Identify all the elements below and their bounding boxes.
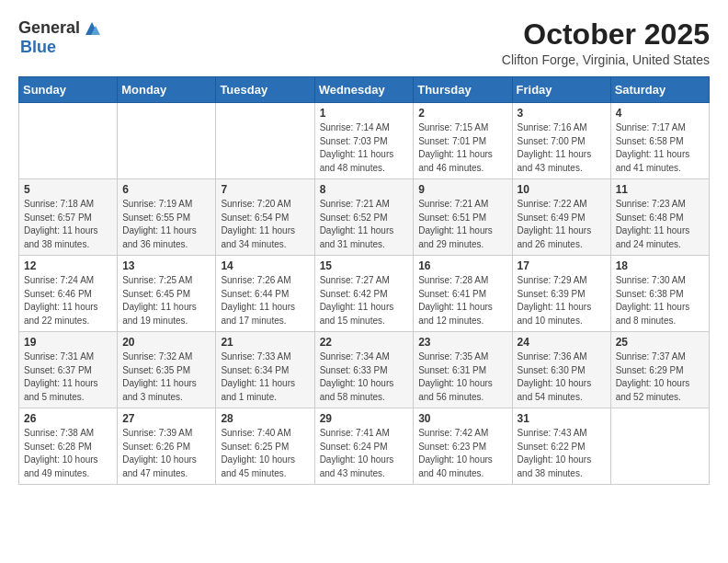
calendar-week-1: 1Sunrise: 7:14 AMSunset: 7:03 PMDaylight… [19,103,710,179]
calendar-week-5: 26Sunrise: 7:38 AMSunset: 6:28 PMDayligh… [19,408,710,485]
day-number: 12 [24,259,112,272]
calendar-cell: 10Sunrise: 7:22 AMSunset: 6:49 PMDayligh… [512,179,610,256]
day-number: 14 [221,259,309,272]
page-header: General Blue October 2025 Clifton Forge,… [18,18,710,67]
day-info: Sunrise: 7:19 AMSunset: 6:55 PMDaylight:… [122,198,210,251]
location-title: Clifton Forge, Virginia, United States [502,52,710,67]
day-number: 30 [418,412,506,425]
day-number: 27 [122,412,210,425]
weekday-header-wednesday: Wednesday [314,77,414,103]
calendar-week-3: 12Sunrise: 7:24 AMSunset: 6:46 PMDayligh… [19,256,710,332]
day-info: Sunrise: 7:36 AMSunset: 6:30 PMDaylight:… [518,350,606,404]
day-info: Sunrise: 7:25 AMSunset: 6:45 PMDaylight:… [122,274,210,327]
day-info: Sunrise: 7:33 AMSunset: 6:34 PMDaylight:… [221,350,309,404]
calendar-cell [610,408,709,485]
calendar-table: SundayMondayTuesdayWednesdayThursdayFrid… [18,76,710,485]
calendar-cell: 15Sunrise: 7:27 AMSunset: 6:42 PMDayligh… [314,256,414,332]
weekday-header-sunday: Sunday [19,77,118,103]
day-info: Sunrise: 7:43 AMSunset: 6:22 PMDaylight:… [518,427,606,480]
day-info: Sunrise: 7:15 AMSunset: 7:01 PMDaylight:… [418,121,506,175]
day-info: Sunrise: 7:34 AMSunset: 6:33 PMDaylight:… [320,350,409,404]
calendar-cell: 24Sunrise: 7:36 AMSunset: 6:30 PMDayligh… [512,332,610,408]
calendar-cell [118,103,216,179]
day-number: 9 [418,183,506,196]
day-info: Sunrise: 7:30 AMSunset: 6:38 PMDaylight:… [616,274,704,327]
day-number: 22 [320,336,409,349]
calendar-week-4: 19Sunrise: 7:31 AMSunset: 6:37 PMDayligh… [19,332,710,408]
day-info: Sunrise: 7:28 AMSunset: 6:41 PMDaylight:… [418,274,506,327]
weekday-header-thursday: Thursday [414,77,512,103]
calendar-cell: 22Sunrise: 7:34 AMSunset: 6:33 PMDayligh… [314,332,414,408]
day-number: 11 [616,183,704,196]
day-number: 29 [320,412,409,425]
calendar-cell: 16Sunrise: 7:28 AMSunset: 6:41 PMDayligh… [414,256,512,332]
day-info: Sunrise: 7:22 AMSunset: 6:49 PMDaylight:… [518,198,606,251]
month-title: October 2025 [502,18,710,51]
calendar-cell: 20Sunrise: 7:32 AMSunset: 6:35 PMDayligh… [118,332,216,408]
day-number: 2 [418,107,506,120]
calendar-cell: 8Sunrise: 7:21 AMSunset: 6:52 PMDaylight… [314,179,414,256]
day-number: 10 [518,183,606,196]
calendar-cell: 25Sunrise: 7:37 AMSunset: 6:29 PMDayligh… [610,332,709,408]
calendar-cell: 26Sunrise: 7:38 AMSunset: 6:28 PMDayligh… [19,408,118,485]
day-info: Sunrise: 7:21 AMSunset: 6:51 PMDaylight:… [418,198,506,251]
day-number: 13 [122,259,210,272]
day-info: Sunrise: 7:20 AMSunset: 6:54 PMDaylight:… [221,198,309,251]
calendar-cell [19,103,118,179]
logo-icon [82,18,102,39]
calendar-cell: 11Sunrise: 7:23 AMSunset: 6:48 PMDayligh… [610,179,709,256]
day-number: 6 [122,183,210,196]
calendar-cell: 17Sunrise: 7:29 AMSunset: 6:39 PMDayligh… [512,256,610,332]
day-number: 17 [518,259,606,272]
calendar-cell: 9Sunrise: 7:21 AMSunset: 6:51 PMDaylight… [414,179,512,256]
day-number: 4 [616,107,704,120]
day-info: Sunrise: 7:40 AMSunset: 6:25 PMDaylight:… [221,427,309,480]
day-info: Sunrise: 7:21 AMSunset: 6:52 PMDaylight:… [320,198,409,251]
day-number: 7 [221,183,309,196]
calendar-cell: 4Sunrise: 7:17 AMSunset: 6:58 PMDaylight… [610,103,709,179]
day-info: Sunrise: 7:39 AMSunset: 6:26 PMDaylight:… [122,427,210,480]
logo: General Blue [18,18,102,57]
weekday-header-friday: Friday [512,77,610,103]
calendar-cell: 18Sunrise: 7:30 AMSunset: 6:38 PMDayligh… [610,256,709,332]
day-number: 19 [24,336,112,349]
day-number: 21 [221,336,309,349]
calendar-cell: 5Sunrise: 7:18 AMSunset: 6:57 PMDaylight… [19,179,118,256]
day-number: 3 [518,107,606,120]
weekday-header-saturday: Saturday [610,77,709,103]
day-number: 8 [320,183,409,196]
weekday-header-tuesday: Tuesday [216,77,314,103]
day-number: 23 [418,336,506,349]
day-info: Sunrise: 7:42 AMSunset: 6:23 PMDaylight:… [418,427,506,480]
calendar-cell [216,103,314,179]
calendar-cell: 2Sunrise: 7:15 AMSunset: 7:01 PMDaylight… [414,103,512,179]
calendar-cell: 31Sunrise: 7:43 AMSunset: 6:22 PMDayligh… [512,408,610,485]
day-info: Sunrise: 7:26 AMSunset: 6:44 PMDaylight:… [221,274,309,327]
day-number: 24 [518,336,606,349]
day-number: 1 [320,107,409,120]
day-number: 31 [518,412,606,425]
day-number: 26 [24,412,112,425]
calendar-cell: 29Sunrise: 7:41 AMSunset: 6:24 PMDayligh… [314,408,414,485]
day-info: Sunrise: 7:24 AMSunset: 6:46 PMDaylight:… [24,274,112,327]
calendar-cell: 12Sunrise: 7:24 AMSunset: 6:46 PMDayligh… [19,256,118,332]
calendar-cell: 13Sunrise: 7:25 AMSunset: 6:45 PMDayligh… [118,256,216,332]
calendar-cell: 14Sunrise: 7:26 AMSunset: 6:44 PMDayligh… [216,256,314,332]
calendar-cell: 28Sunrise: 7:40 AMSunset: 6:25 PMDayligh… [216,408,314,485]
day-info: Sunrise: 7:18 AMSunset: 6:57 PMDaylight:… [24,198,112,251]
calendar-cell: 3Sunrise: 7:16 AMSunset: 7:00 PMDaylight… [512,103,610,179]
day-number: 15 [320,259,409,272]
weekday-header-monday: Monday [118,77,216,103]
calendar-header-row: SundayMondayTuesdayWednesdayThursdayFrid… [19,77,710,103]
calendar-cell: 30Sunrise: 7:42 AMSunset: 6:23 PMDayligh… [414,408,512,485]
day-info: Sunrise: 7:16 AMSunset: 7:00 PMDaylight:… [518,121,606,175]
day-number: 5 [24,183,112,196]
day-info: Sunrise: 7:17 AMSunset: 6:58 PMDaylight:… [616,121,704,175]
calendar-week-2: 5Sunrise: 7:18 AMSunset: 6:57 PMDaylight… [19,179,710,256]
calendar-cell: 7Sunrise: 7:20 AMSunset: 6:54 PMDaylight… [216,179,314,256]
calendar-cell: 6Sunrise: 7:19 AMSunset: 6:55 PMDaylight… [118,179,216,256]
calendar-cell: 19Sunrise: 7:31 AMSunset: 6:37 PMDayligh… [19,332,118,408]
calendar-cell: 23Sunrise: 7:35 AMSunset: 6:31 PMDayligh… [414,332,512,408]
calendar-cell: 21Sunrise: 7:33 AMSunset: 6:34 PMDayligh… [216,332,314,408]
day-number: 18 [616,259,704,272]
